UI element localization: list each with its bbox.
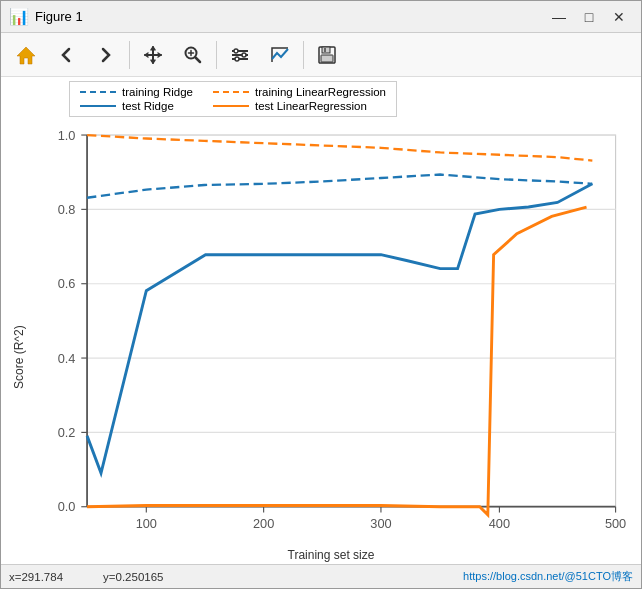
svg-marker-0: [17, 47, 35, 64]
legend-item-test-ridge: test Ridge: [80, 100, 193, 112]
close-button[interactable]: ✕: [605, 6, 633, 28]
pan-button[interactable]: [134, 37, 172, 73]
separator-3: [303, 41, 304, 69]
y-label-00: 0.0: [58, 499, 76, 514]
x-coordinate: x=291.784: [9, 571, 63, 583]
x-label-300: 300: [370, 516, 391, 531]
svg-rect-10: [321, 55, 333, 62]
maximize-button[interactable]: □: [575, 6, 603, 28]
window-title: Figure 1: [35, 9, 83, 24]
svg-rect-11: [324, 48, 326, 52]
pan-icon: [143, 45, 163, 65]
y-label-02: 0.2: [58, 425, 76, 440]
legend-line-training-linear: [213, 91, 249, 93]
configure-button[interactable]: [221, 37, 259, 73]
zoom-button[interactable]: [174, 37, 212, 73]
y-label-08: 0.8: [58, 202, 76, 217]
svg-container[interactable]: 0.0 0.2 0.4 0.6 0.8 1.0 100 200 300 400 …: [29, 121, 633, 544]
forward-icon: [96, 45, 116, 65]
legend-label-training-ridge: training Ridge: [122, 86, 193, 98]
separator-1: [129, 41, 130, 69]
configure-icon: [230, 45, 250, 65]
zoom-icon: [183, 45, 203, 65]
back-icon: [56, 45, 76, 65]
legend: training Ridge training LinearRegression…: [69, 81, 397, 117]
legend-label-training-linear: training LinearRegression: [255, 86, 386, 98]
legend-line-test-linear: [213, 105, 249, 107]
home-button[interactable]: [7, 37, 45, 73]
legend-item-training-linear: training LinearRegression: [213, 86, 386, 98]
x-label-500: 500: [605, 516, 626, 531]
title-bar: 📊 Figure 1 — □ ✕: [1, 1, 641, 33]
forward-button[interactable]: [87, 37, 125, 73]
y-label-10: 1.0: [58, 128, 76, 143]
toolbar: [1, 33, 641, 77]
legend-item-test-linear: test LinearRegression: [213, 100, 386, 112]
x-label-100: 100: [136, 516, 157, 531]
minimize-button[interactable]: —: [545, 6, 573, 28]
website-link: https://blog.csdn.net/@51CTO博客: [463, 569, 633, 584]
y-label-06: 0.6: [58, 276, 76, 291]
title-bar-controls: — □ ✕: [545, 6, 633, 28]
status-bar: x=291.784 y=0.250165 https://blog.csdn.n…: [1, 564, 641, 588]
main-window: 📊 Figure 1 — □ ✕: [0, 0, 642, 589]
svg-point-7: [235, 57, 239, 61]
legend-label-test-linear: test LinearRegression: [255, 100, 367, 112]
legend-line-test-ridge: [80, 105, 116, 107]
home-icon: [15, 44, 37, 66]
title-bar-left: 📊 Figure 1: [9, 7, 83, 26]
edit-axis-button[interactable]: [261, 37, 299, 73]
chart-svg: 0.0 0.2 0.4 0.6 0.8 1.0 100 200 300 400 …: [29, 121, 633, 544]
separator-2: [216, 41, 217, 69]
chart-area: training Ridge training LinearRegression…: [1, 77, 641, 564]
back-button[interactable]: [47, 37, 85, 73]
y-label-04: 0.4: [58, 351, 76, 366]
svg-point-5: [234, 49, 238, 53]
y-axis-label: Score (R^2): [9, 121, 29, 564]
x-label-400: 400: [489, 516, 510, 531]
save-button[interactable]: [308, 37, 346, 73]
x-axis-label: Training set size: [29, 544, 633, 564]
window-icon: 📊: [9, 7, 29, 26]
edit-axis-icon: [269, 44, 291, 66]
y-coordinate: y=0.250165: [103, 571, 163, 583]
plot-border: [87, 135, 616, 507]
plot-container: Score (R^2): [9, 121, 633, 564]
save-icon: [317, 45, 337, 65]
legend-label-test-ridge: test Ridge: [122, 100, 174, 112]
x-label-200: 200: [253, 516, 274, 531]
svg-point-6: [242, 53, 246, 57]
plot-right: 0.0 0.2 0.4 0.6 0.8 1.0 100 200 300 400 …: [29, 121, 633, 564]
legend-item-training-ridge: training Ridge: [80, 86, 193, 98]
legend-line-training-ridge: [80, 91, 116, 93]
